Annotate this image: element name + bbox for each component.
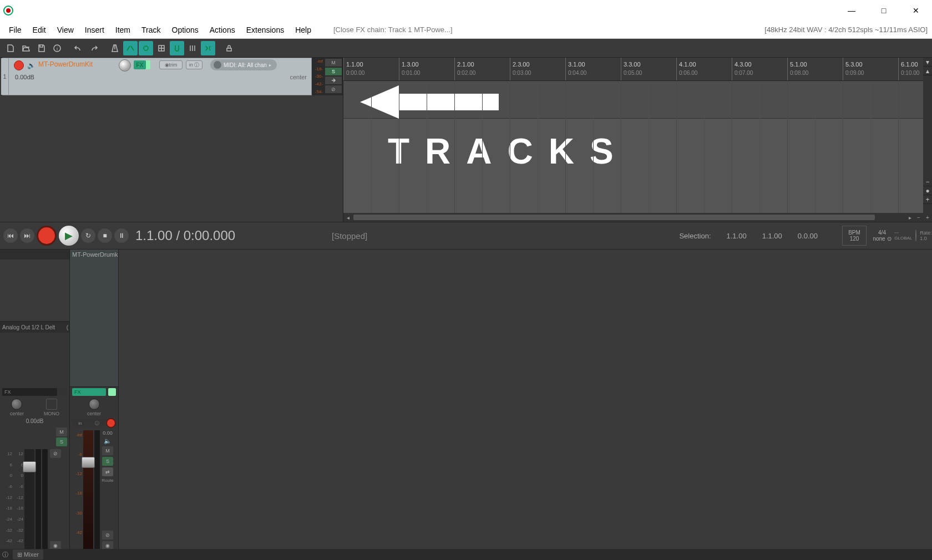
- pause-button[interactable]: ⏸: [114, 228, 129, 243]
- undo-icon[interactable]: [71, 41, 85, 55]
- hscroll-left-cap[interactable]: ◂: [343, 213, 352, 222]
- master-hw-output[interactable]: Analog Out 1/2 L Delt(: [0, 322, 69, 333]
- bpm-value[interactable]: 120: [850, 236, 859, 242]
- mixer-track-fx-button[interactable]: FX: [72, 388, 106, 396]
- master-mono-button[interactable]: [46, 399, 57, 410]
- selection-end[interactable]: 1.1.00: [762, 232, 782, 240]
- midi-input-selector[interactable]: MIDI: All: All chan ▸: [210, 59, 277, 70]
- track-row-1[interactable]: 1 🔈 MT-PowerDrumKit FX ◉ trim in ⓘ MIDI:…: [2, 58, 312, 95]
- mixer-track-monitor-icon[interactable]: 🔈: [104, 437, 112, 445]
- save-project-icon[interactable]: [34, 41, 49, 55]
- hzoom-in-button[interactable]: +: [923, 213, 932, 222]
- menu-actions[interactable]: Actions: [204, 26, 241, 34]
- new-project-icon[interactable]: [3, 41, 18, 55]
- menu-insert[interactable]: Insert: [79, 26, 110, 34]
- master-env-button[interactable]: ⊘: [50, 449, 61, 458]
- selection-length[interactable]: 0.0.00: [798, 232, 818, 240]
- metronome-icon[interactable]: [108, 41, 122, 55]
- playrate-knob[interactable]: [915, 230, 916, 242]
- timesig-value[interactable]: 4/4: [878, 230, 886, 236]
- mixer-track-title[interactable]: MT-PowerDrumk: [70, 250, 118, 259]
- vzoom-in-button[interactable]: +: [923, 195, 932, 204]
- menu-options[interactable]: Options: [166, 26, 204, 34]
- mute-button[interactable]: M: [325, 59, 342, 67]
- vscroll-up[interactable]: ▴: [923, 67, 932, 75]
- vertical-scrollbar[interactable]: ▾ ▴ − ● +: [923, 58, 932, 213]
- menu-item[interactable]: Item: [110, 26, 136, 34]
- menu-edit[interactable]: Edit: [27, 26, 52, 34]
- master-inserts[interactable]: [0, 259, 69, 322]
- track-name[interactable]: MT-PowerDrumKit: [38, 60, 93, 68]
- mixer-track-fader[interactable]: [83, 430, 93, 557]
- project-settings-icon[interactable]: i: [50, 41, 64, 55]
- timesig-dropdown-icon[interactable]: ⊙: [887, 236, 892, 242]
- info-icon[interactable]: ⓘ: [2, 551, 8, 559]
- monitor-icon[interactable]: 🔈: [26, 60, 36, 70]
- playrate-box[interactable]: 〰 GLOBAL Rate:1.0: [895, 226, 931, 246]
- selection-start[interactable]: 1.1.00: [727, 232, 747, 240]
- mixer-track-strip-1[interactable]: MT-PowerDrumk FX center in ⓘ -inf-6-12-1…: [70, 250, 119, 560]
- window-maximize-button[interactable]: □: [868, 0, 900, 21]
- grid-icon[interactable]: [154, 41, 169, 55]
- mixer-track-sends[interactable]: [70, 259, 118, 387]
- mixer-track-route-button[interactable]: ⇄: [102, 467, 113, 476]
- solo-button[interactable]: S: [325, 68, 342, 75]
- close-fx-chain-link[interactable]: [Close FX chain: Track 1 MT-Powe...]: [317, 26, 458, 34]
- record-arm-button[interactable]: [14, 60, 24, 70]
- ruler[interactable]: 1.1.000:00.00 1.3.000:01.002.1.000:02.00…: [343, 58, 932, 81]
- volume-knob[interactable]: [119, 59, 131, 72]
- hscroll-thumb[interactable]: [353, 215, 875, 220]
- record-button[interactable]: [37, 226, 57, 246]
- horizontal-scrollbar[interactable]: ◂ ▸ − +: [343, 213, 932, 222]
- playrate-value[interactable]: 1.0: [920, 236, 932, 241]
- master-fx-led[interactable]: [59, 388, 67, 396]
- go-to-end-button[interactable]: ⏭: [20, 228, 34, 243]
- go-to-start-button[interactable]: ⏮: [3, 228, 18, 243]
- mixer-track-io-button[interactable]: ⓘ: [89, 419, 105, 427]
- stop-button[interactable]: ■: [98, 228, 112, 243]
- hzoom-out-button[interactable]: −: [914, 213, 923, 222]
- open-project-icon[interactable]: [19, 41, 33, 55]
- window-close-button[interactable]: ✕: [900, 0, 932, 21]
- mixer-tab[interactable]: ⊞ Mixer: [13, 549, 43, 559]
- mixer-track-mute-button[interactable]: M: [102, 446, 113, 455]
- loop-button[interactable]: ↻: [81, 228, 95, 243]
- bpm-box[interactable]: BPM 120: [842, 226, 867, 246]
- mixer-track-input-button[interactable]: in: [72, 419, 88, 427]
- mixer-master-strip[interactable]: Analog Out 1/2 L Delt( FX center MONO 0.…: [0, 250, 70, 560]
- auto-crossfade-icon[interactable]: [123, 41, 138, 55]
- menu-help[interactable]: Help: [290, 26, 317, 34]
- grid-lines-icon[interactable]: [185, 41, 200, 55]
- redo-icon[interactable]: [87, 41, 101, 55]
- timesig-box[interactable]: 4/4 none⊙: [871, 226, 893, 246]
- master-pan-knob[interactable]: [11, 399, 22, 410]
- vzoom-reset-button[interactable]: ●: [923, 186, 932, 195]
- marker-toggle-icon[interactable]: ▾: [923, 58, 932, 67]
- fx-bypass-led[interactable]: [146, 60, 150, 69]
- audio-device-status[interactable]: [48kHz 24bit WAV : 4/2ch 512spls ~11/11m…: [759, 26, 932, 34]
- menu-file[interactable]: File: [3, 26, 27, 34]
- play-button[interactable]: ▶: [59, 226, 79, 246]
- master-fx-button[interactable]: FX: [2, 388, 57, 396]
- hscroll-right-cap[interactable]: ▸: [905, 213, 914, 222]
- fx-button[interactable]: FX: [134, 60, 146, 69]
- selection-readout[interactable]: Selection: 1.1.00 1.1.00 0.0.00: [679, 232, 818, 240]
- menu-track[interactable]: Track: [136, 26, 166, 34]
- timeline[interactable]: 1.1.000:00.00 1.3.000:01.002.1.000:02.00…: [343, 58, 932, 222]
- hw-output-knob-icon[interactable]: (: [67, 324, 69, 330]
- item-grouping-icon[interactable]: [139, 41, 153, 55]
- menu-extensions[interactable]: Extensions: [241, 26, 290, 34]
- window-minimize-button[interactable]: —: [835, 0, 868, 21]
- lock-icon[interactable]: [222, 41, 236, 55]
- mixer-track-pan-knob[interactable]: [89, 399, 100, 410]
- master-solo-button[interactable]: S: [56, 437, 67, 446]
- global-automation-icon[interactable]: 〰 GLOBAL: [894, 231, 912, 241]
- routing-button[interactable]: in ⓘ: [186, 60, 202, 69]
- menu-view[interactable]: View: [52, 26, 79, 34]
- snap-icon[interactable]: [170, 41, 184, 55]
- mixer-track-env-button[interactable]: ⊘: [102, 531, 113, 539]
- envelope-button[interactable]: ⊘: [325, 85, 342, 93]
- ripple-edit-icon[interactable]: [201, 41, 215, 55]
- mixer-track-fx-led[interactable]: [108, 388, 116, 396]
- master-fader[interactable]: [24, 449, 34, 557]
